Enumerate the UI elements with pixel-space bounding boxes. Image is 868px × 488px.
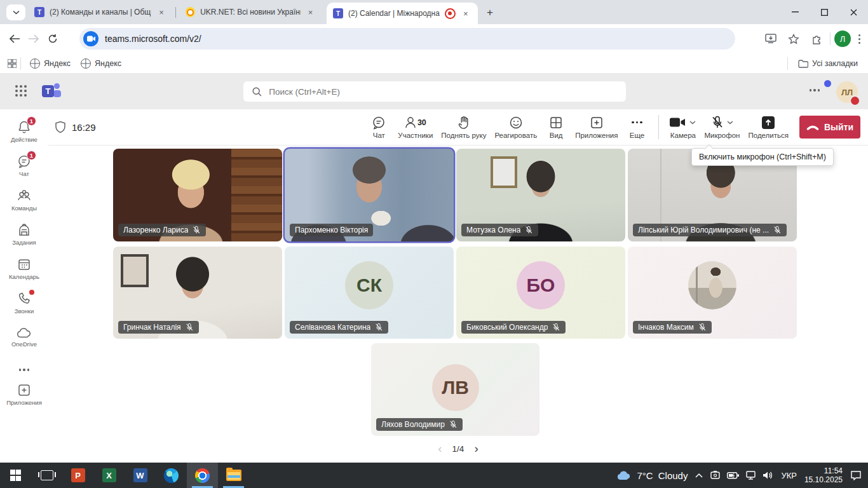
sidebar-item-chat[interactable]: 1 Чат <box>0 149 48 183</box>
person-icon <box>405 116 416 129</box>
badge: 1 <box>27 116 36 126</box>
bookmark-star-button[interactable] <box>784 29 803 48</box>
window-controls <box>780 0 868 24</box>
teams-favicon: T <box>333 8 343 18</box>
clock[interactable]: 11:54 15.10.2025 <box>804 466 843 484</box>
install-app-button[interactable] <box>761 29 780 48</box>
minimize-button[interactable] <box>780 0 810 24</box>
tray-expand-icon[interactable] <box>695 473 703 478</box>
speaker-icon[interactable] <box>763 471 773 480</box>
avatar-initials: СК <box>345 261 393 309</box>
participants-button[interactable]: 30 Участники <box>398 116 433 139</box>
sidebar-more-icon[interactable] <box>19 369 30 371</box>
share-button[interactable]: Поделиться <box>748 116 789 139</box>
sidebar-item-apps[interactable]: Приложения <box>0 377 48 412</box>
mic-off-icon <box>374 323 383 332</box>
sidebar-item-teams[interactable]: Команды <box>0 183 48 217</box>
participant-tile[interactable]: Лазоренко Лариса <box>113 149 282 241</box>
powerpoint-button[interactable]: P <box>62 463 93 488</box>
camera-control[interactable]: Камера <box>670 116 696 139</box>
teams-search-bar[interactable] <box>243 81 626 102</box>
next-page-icon[interactable]: › <box>474 442 478 456</box>
camera-in-use-icon[interactable] <box>83 31 98 46</box>
tab-close-icon[interactable]: × <box>156 7 166 17</box>
raise-hand-button[interactable]: Поднять руку <box>441 116 486 139</box>
sidebar-item-activity[interactable]: 1 Действие <box>0 114 48 149</box>
reload-button[interactable] <box>43 29 62 48</box>
participant-tile[interactable]: Інчаков Максим <box>628 247 797 339</box>
participant-name-chip: Пархоменко Вікторія <box>290 224 373 236</box>
chrome-button-active[interactable] <box>187 463 218 488</box>
tab-calendar-active[interactable]: T (2) Calendar | Міжнародна × <box>327 3 478 24</box>
chevron-down-icon[interactable] <box>727 121 733 125</box>
smiley-icon <box>509 116 523 130</box>
chevron-down-icon[interactable] <box>689 121 696 125</box>
waffle-menu-button[interactable] <box>15 85 27 97</box>
recording-indicator-icon <box>445 8 456 19</box>
file-explorer-button[interactable] <box>218 463 249 488</box>
excel-button[interactable]: X <box>93 463 125 488</box>
participant-tile[interactable]: СК Селіванова Катерина <box>285 247 454 339</box>
mic-control[interactable]: Микрофон <box>704 116 740 139</box>
word-button[interactable]: W <box>125 463 156 488</box>
start-button[interactable] <box>0 463 31 488</box>
react-button[interactable]: Реагировать <box>494 116 537 139</box>
leave-button[interactable]: Выйти <box>799 116 860 139</box>
more-button[interactable]: Еще <box>626 116 648 139</box>
participant-tile[interactable]: ЛВ Ляхов Володимир <box>371 343 539 436</box>
mic-tooltip: Включить микрофон (Ctrl+Shift+M) <box>691 148 834 166</box>
maximize-button[interactable] <box>810 0 839 24</box>
task-view-button[interactable] <box>31 463 62 488</box>
teams-tray-icon[interactable] <box>710 471 721 480</box>
extensions-button[interactable] <box>807 29 826 48</box>
bookmark-yandex-1[interactable]: Яндекс <box>25 58 76 69</box>
sidebar-item-calls[interactable]: Звонки <box>0 286 48 320</box>
sidebar-item-assignments[interactable]: Задания <box>0 217 48 252</box>
weather-condition: Cloudy <box>658 470 688 481</box>
apps-grid-button[interactable] <box>8 59 17 68</box>
action-center-icon[interactable] <box>850 470 862 480</box>
tab-close-icon[interactable]: × <box>306 7 315 17</box>
back-button[interactable] <box>5 29 24 48</box>
weather-widget[interactable]: 7°C Cloudy <box>616 470 688 481</box>
new-tab-button[interactable]: + <box>483 6 497 20</box>
sidebar-item-calendar[interactable]: Календарь <box>0 252 48 286</box>
search-icon <box>252 87 261 97</box>
puzzle-icon <box>811 34 822 44</box>
browser-profile-avatar[interactable]: Л <box>834 30 851 47</box>
browser-menu-button[interactable] <box>855 34 864 44</box>
sidebar-item-onedrive[interactable]: OneDrive <box>0 320 48 355</box>
chat-button[interactable]: Чат <box>368 116 390 139</box>
share-screen-icon <box>761 116 775 130</box>
edge-button[interactable] <box>156 463 187 488</box>
participant-name-chip: Селіванова Катерина <box>290 321 388 334</box>
tab-close-icon[interactable]: × <box>461 8 471 18</box>
chat-bubble-icon <box>372 116 386 130</box>
bookmark-yandex-2[interactable]: Яндекс <box>76 58 126 69</box>
participant-tile[interactable]: Мотузка Олена <box>456 149 625 241</box>
tab-ukrnet[interactable]: UKR.NET: Всі новини України, × <box>179 0 322 24</box>
all-bookmarks-button[interactable]: Усі закладки <box>793 59 863 68</box>
tab-teams-channels[interactable]: T (2) Команды и каналы | Общи × <box>28 0 173 24</box>
tab-search-button[interactable] <box>6 4 25 20</box>
bookmarks-right: Усі закладки <box>787 53 863 74</box>
mic-off-icon <box>773 226 782 234</box>
excel-icon: X <box>102 468 116 482</box>
meeting-timer: 16:29 <box>72 122 96 133</box>
network-icon[interactable] <box>746 471 756 480</box>
meeting-time: 16:29 <box>55 121 96 133</box>
participant-tile[interactable]: БО Биковський Олександр <box>456 247 625 339</box>
close-button[interactable] <box>839 0 868 24</box>
battery-icon[interactable] <box>727 471 740 479</box>
participant-tile[interactable]: Гринчак Наталія <box>113 247 282 339</box>
language-indicator[interactable]: УКР <box>781 471 797 480</box>
avatar-initials: БО <box>517 261 565 309</box>
url-bar[interactable]: teams.microsoft.com/v2/ <box>79 28 735 50</box>
divider <box>20 57 21 70</box>
search-input[interactable] <box>268 86 617 97</box>
apps-button[interactable]: Приложения <box>575 116 618 139</box>
participant-tile-active-speaker[interactable]: Пархоменко Вікторія <box>285 149 454 241</box>
teams-more-menu-button[interactable] <box>810 89 820 92</box>
view-button[interactable]: Вид <box>545 116 567 139</box>
forward-button[interactable] <box>24 29 43 48</box>
